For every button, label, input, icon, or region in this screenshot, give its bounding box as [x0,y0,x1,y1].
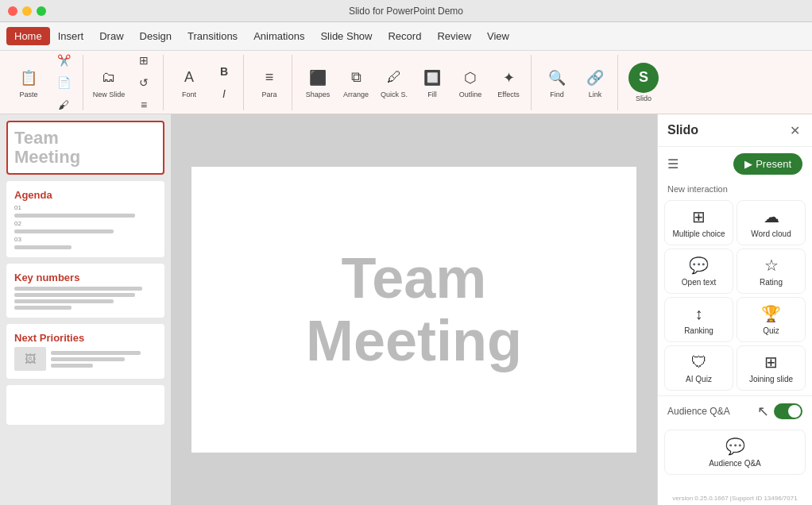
audience-qa-card[interactable]: 💬 Audience Q&A [664,430,806,475]
ranking-button[interactable]: ↕ Ranking [664,297,733,342]
find-button[interactable]: 🔍 Find [539,59,574,106]
link-button[interactable]: 🔗 Link [578,59,613,106]
slide-thumb-5[interactable] [6,385,164,425]
multiple-choice-button[interactable]: ⊞ Multiple choice [664,200,733,245]
layout-button[interactable]: ⊞ [130,50,158,71]
reset-button[interactable]: ↺ [130,72,158,93]
shape-effects-button[interactable]: ✦ Effects [491,59,526,106]
shape-fill-button[interactable]: 🔲 Fill [415,59,450,106]
slide-4-line-2 [51,357,125,361]
present-button[interactable]: ▶ Present [733,153,802,175]
ribbon-group-editing: 🔍 Find 🔗 Link [535,55,618,110]
shapes-button[interactable]: ⬛ Shapes [300,59,335,106]
close-button[interactable] [8,6,17,16]
audience-qa-card-icon: 💬 [725,437,745,456]
section-button[interactable]: ≡ [130,94,158,115]
slide-2-line-3 [14,245,72,249]
minimize-button[interactable] [22,6,32,16]
slide-3-line-3 [14,299,114,303]
new-slide-button[interactable]: 🗂 New Slide [91,59,126,106]
slido-panel: Slido ✕ ☰ ▶ Present New interaction ⊞ Mu… [657,114,812,505]
copy-button[interactable]: 📄 [49,72,78,93]
slide-thumb-wrapper-4: 4 Next Priorities 🖼 [6,324,164,379]
align-button[interactable]: ≡ Para [252,59,287,106]
quick-styles-button[interactable]: 🖊 Quick S. [377,59,412,106]
slide-thumb-1[interactable]: TeamMeeting [6,121,164,175]
tab-home[interactable]: Home [6,27,50,45]
italic-button[interactable]: I [210,83,238,104]
slido-avatar: S [628,63,659,93]
arrange-button[interactable]: ⧉ Arrange [338,59,373,106]
format-painter-button[interactable]: 🖌 [49,94,78,115]
shape-effects-icon: ✦ [497,67,520,89]
tab-view[interactable]: View [479,27,517,45]
tab-record[interactable]: Record [380,27,429,45]
slide-3-line-1 [14,287,142,291]
slide-3-line-2 [14,293,135,297]
slide-thumb-wrapper-5: 5 [6,385,164,425]
maximize-button[interactable] [37,6,46,16]
tab-transitions[interactable]: Transitions [180,27,246,45]
tab-draw[interactable]: Draw [91,27,131,45]
word-cloud-icon: ☁ [764,207,779,226]
ribbon-group-font: A Font B I [167,55,244,110]
present-icon: ▶ [744,158,752,170]
quiz-button[interactable]: 🏆 Quiz [737,297,806,342]
new-interaction-label: New interaction [658,181,812,197]
slide-4-line-1 [51,351,141,355]
tab-animations[interactable]: Animations [246,27,312,45]
interaction-grid: ⊞ Multiple choice ☁ Word cloud 💬 Open te… [658,197,812,394]
slide-4-image: 🖼 [14,347,46,371]
tab-review[interactable]: Review [429,27,479,45]
paste-button[interactable]: 📋 Paste [11,59,46,106]
new-slide-icon: 🗂 [98,67,120,89]
tab-insert[interactable]: Insert [50,27,92,45]
slido-close-button[interactable]: ✕ [787,122,802,138]
shapes-icon: ⬛ [307,67,329,89]
shape-fill-icon: 🔲 [421,67,443,89]
tab-slideshow[interactable]: Slide Show [312,27,380,45]
slide-2-line-2 [14,229,114,233]
ribbon-group-paragraph: ≡ Para [247,55,292,110]
open-text-button[interactable]: 💬 Open text [664,249,733,294]
menu-bar: Home Insert Draw Design Transitions Anim… [0,22,812,51]
slides-panel: 1 TeamMeeting 2 Agenda 01 02 03 [0,114,171,505]
shape-outline-button[interactable]: ⬡ Outline [453,59,488,106]
tab-design[interactable]: Design [132,27,180,45]
slide-thumb-3[interactable]: Key numbers [6,264,164,318]
traffic-lights [8,6,46,16]
bold-button[interactable]: B [210,61,238,82]
cut-button[interactable]: ✂️ [49,50,78,71]
slide-thumb-4[interactable]: Next Priorities 🖼 [6,324,164,379]
paste-icon: 📋 [17,67,40,89]
slide-4-title: Next Priorities [14,332,157,344]
window-title: Slido for PowerPoint Demo [349,6,463,17]
audience-qa-card-label: Audience Q&A [709,459,761,468]
arrange-icon: ⧉ [345,67,367,89]
slide-2-lines: 01 02 03 [14,204,157,249]
main-slide[interactable]: Team Meeting [191,167,636,453]
font-button[interactable]: A Font [172,59,207,106]
joining-slide-button[interactable]: ⊞ Joining slide [737,345,806,391]
audience-qa-toggle[interactable] [774,403,802,419]
joining-slide-icon: ⊞ [764,353,778,372]
ai-quiz-button[interactable]: 🛡 AI Quiz [664,345,733,391]
slide-thumb-wrapper-3: 3 Key numbers [6,264,164,318]
ribbon: 📋 Paste ✂️ 📄 🖌 🗂 New Slide ⊞ ↺ [0,51,812,114]
reset-icon: ↺ [139,76,149,89]
hamburger-icon[interactable]: ☰ [667,156,679,172]
format-painter-icon: 🖌 [58,98,69,111]
slide-2-line-1 [14,214,135,218]
find-icon: 🔍 [546,67,568,89]
ribbon-group-slido: S Slido [621,55,666,110]
slide-thumb-2[interactable]: Agenda 01 02 03 [6,181,164,257]
rating-icon: ☆ [764,256,779,275]
slide-4-lines [51,351,157,368]
cut-icon: ✂️ [57,54,71,67]
word-cloud-button[interactable]: ☁ Word cloud [737,200,806,245]
rating-button[interactable]: ☆ Rating [737,249,806,294]
main-area: 1 TeamMeeting 2 Agenda 01 02 03 [0,114,812,505]
slido-button[interactable]: S Slido [626,59,661,106]
slide-3-title: Key numbers [14,272,157,283]
ai-quiz-icon: 🛡 [691,353,707,372]
